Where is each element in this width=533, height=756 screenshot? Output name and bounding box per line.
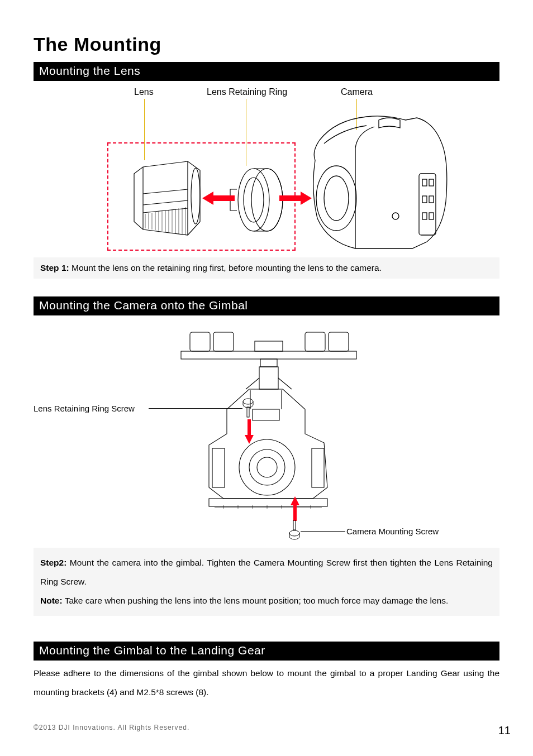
- svg-rect-17: [190, 332, 210, 351]
- svg-rect-12: [422, 213, 427, 219]
- svg-point-3: [251, 169, 283, 231]
- gimbal-top-illustration: [177, 329, 361, 390]
- diagram-camera-gimbal: Lens Retaining Ring Screw Camera Mountin…: [34, 320, 499, 543]
- svg-point-30: [257, 457, 277, 477]
- svg-point-0: [191, 168, 200, 224]
- svg-rect-11: [429, 196, 434, 203]
- thumbscrew-b-illustration: [289, 520, 300, 540]
- svg-point-1: [238, 169, 269, 231]
- lens-illustration: [122, 157, 207, 240]
- arrow-up-icon: [291, 496, 299, 521]
- svg-rect-23: [259, 367, 278, 389]
- label-ring: Lens Retaining Ring: [207, 88, 287, 97]
- section-heading-lens: Mounting the Lens: [34, 62, 499, 81]
- diagram-mounting-lens: Lens Lens Retaining Ring Camera: [34, 85, 499, 253]
- svg-point-6: [392, 213, 399, 219]
- svg-marker-14: [202, 192, 235, 205]
- page-number: 11: [498, 724, 511, 737]
- svg-rect-21: [255, 341, 283, 351]
- svg-rect-20: [329, 332, 349, 351]
- svg-rect-18: [213, 332, 234, 351]
- svg-point-29: [249, 449, 285, 485]
- svg-rect-8: [422, 179, 427, 186]
- svg-rect-34: [293, 520, 296, 530]
- step1-text: Mount the lens on the retaining ring fir…: [72, 263, 382, 272]
- landing-body-text: Please adhere to the dimensions of the g…: [34, 664, 499, 702]
- note-text: Take care when pushing the lens into the…: [65, 596, 449, 605]
- svg-marker-15: [279, 192, 312, 205]
- step2-text: Mount the camera into the gimbal. Tighte…: [40, 558, 493, 586]
- svg-rect-22: [260, 359, 277, 367]
- arrow-left-icon: [202, 192, 235, 205]
- arrow-right-icon: [279, 192, 312, 205]
- svg-point-5: [324, 176, 349, 221]
- svg-rect-16: [181, 351, 356, 359]
- svg-rect-10: [422, 196, 427, 203]
- step1-box: Step 1: Mount the lens on the retaining …: [34, 257, 499, 279]
- label-camera: Camera: [341, 88, 373, 97]
- label-cam-screw: Camera Mounting Screw: [346, 527, 439, 536]
- page-title: The Mounting: [34, 34, 499, 55]
- label-ring-screw: Lens Retaining Ring Screw: [34, 404, 135, 413]
- step2-box: Step2: Mount the camera into the gimbal.…: [34, 548, 499, 616]
- camera-illustration: [302, 112, 453, 252]
- svg-rect-31: [212, 448, 225, 487]
- svg-marker-33: [291, 496, 299, 521]
- svg-rect-9: [429, 179, 434, 186]
- label-lens: Lens: [134, 88, 154, 97]
- svg-point-35: [289, 530, 299, 536]
- svg-rect-27: [209, 499, 327, 506]
- step2-label: Step2:: [40, 558, 66, 567]
- svg-rect-19: [305, 332, 325, 351]
- note-label: Note:: [40, 596, 63, 605]
- section-heading-landing: Mounting the Gimbal to the Landing Gear: [34, 642, 499, 661]
- svg-rect-13: [429, 213, 434, 219]
- section-heading-gimbal: Mounting the Camera onto the Gimbal: [34, 296, 499, 315]
- footer-copyright: ©2013 DJI Innovations. All Rights Reserv…: [34, 724, 189, 731]
- gimbal-body-illustration: [201, 387, 335, 532]
- svg-point-28: [239, 439, 295, 495]
- svg-rect-32: [312, 448, 324, 487]
- step1-label: Step 1:: [40, 263, 69, 272]
